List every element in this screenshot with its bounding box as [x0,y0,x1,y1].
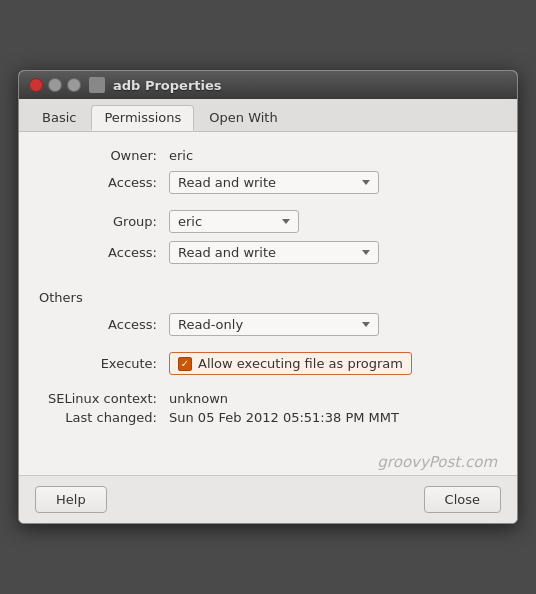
owner-access-value: Read and write [178,175,354,190]
lastchanged-label: Last changed: [39,410,169,425]
group-label: Group: [39,214,169,229]
execute-checkbox-label[interactable]: Allow executing file as program [169,352,412,375]
group-access-label: Access: [39,245,169,260]
others-access-row: Access: Read-only [39,313,497,336]
owner-value: eric [169,148,193,163]
help-button[interactable]: Help [35,486,107,513]
execute-label: Execute: [39,356,169,371]
owner-access-label: Access: [39,175,169,190]
tab-basic[interactable]: Basic [29,105,89,131]
lastchanged-value: Sun 05 Feb 2012 05:51:38 PM MMT [169,410,399,425]
group-value: eric [178,214,274,229]
app-icon [89,77,105,93]
owner-access-arrow-icon [362,180,370,185]
others-access-value: Read-only [178,317,354,332]
group-access-arrow-icon [362,250,370,255]
execute-row: Execute: Allow executing file as program [39,352,497,375]
close-button[interactable]: Close [424,486,501,513]
watermark: groovyPost.com [19,445,517,475]
others-access-label: Access: [39,317,169,332]
selinux-value: unknown [169,391,228,406]
others-access-arrow-icon [362,322,370,327]
group-arrow-icon [282,219,290,224]
window-controls [29,78,81,92]
close-window-button[interactable] [29,78,43,92]
footer: Help Close [19,475,517,523]
minimize-button[interactable] [48,78,62,92]
execute-checkbox[interactable] [178,357,192,371]
titlebar: adb Properties [19,71,517,99]
group-dropdown[interactable]: eric [169,210,299,233]
group-access-row: Access: Read and write [39,241,497,264]
tab-open-with[interactable]: Open With [196,105,290,131]
selinux-label: SELinux context: [39,391,169,406]
execute-checkbox-text: Allow executing file as program [198,356,403,371]
group-access-dropdown[interactable]: Read and write [169,241,379,264]
others-section-label: Others [39,290,497,305]
group-row: Group: eric [39,210,497,233]
window-title: adb Properties [113,78,222,93]
tab-permissions[interactable]: Permissions [91,105,194,131]
owner-row: Owner: eric [39,148,497,163]
selinux-row: SELinux context: unknown [39,391,497,406]
properties-window: adb Properties Basic Permissions Open Wi… [18,70,518,524]
others-access-dropdown[interactable]: Read-only [169,313,379,336]
maximize-button[interactable] [67,78,81,92]
lastchanged-row: Last changed: Sun 05 Feb 2012 05:51:38 P… [39,410,497,425]
tab-bar: Basic Permissions Open With [19,99,517,132]
owner-access-row: Access: Read and write [39,171,497,194]
owner-label: Owner: [39,148,169,163]
group-access-value: Read and write [178,245,354,260]
owner-access-dropdown[interactable]: Read and write [169,171,379,194]
permissions-content: Owner: eric Access: Read and write Group… [19,132,517,445]
